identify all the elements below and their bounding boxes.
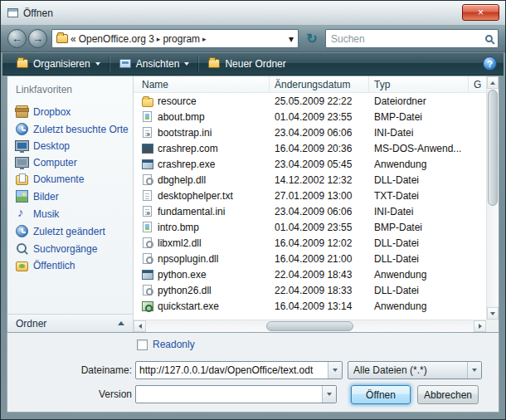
- file-row[interactable]: resource 25.05.2009 22:22 Dateiordner: [134, 93, 486, 109]
- sidebar-item-music[interactable]: Musik: [7, 205, 133, 222]
- close-button[interactable]: ×: [462, 4, 499, 21]
- horizontal-scrollbar[interactable]: [134, 320, 486, 332]
- sidebar-item-desktop[interactable]: Desktop: [7, 138, 133, 154]
- titlebar[interactable]: Öffnen ×: [1, 1, 505, 26]
- new-folder-button[interactable]: Neuer Ordner: [201, 55, 293, 73]
- help-button[interactable]: ?: [483, 56, 497, 71]
- scroll-left-button[interactable]: [134, 320, 146, 332]
- file-row[interactable]: quickstart.exe 16.04.2009 13:14 Anwendun…: [134, 298, 486, 314]
- version-dropdown-button[interactable]: [322, 386, 336, 403]
- readonly-checkbox[interactable]: [137, 339, 148, 350]
- com-file-icon: [142, 144, 153, 154]
- arrow-right-icon: [479, 324, 482, 329]
- file-row[interactable]: intro.bmp 01.04.2009 23:55 BMP-Datei: [134, 219, 486, 235]
- filetype-combobox[interactable]: Alle Dateien (*.*): [348, 361, 482, 379]
- public-icon: [16, 261, 28, 271]
- ini-file-icon: [143, 127, 152, 138]
- main-area: Linkfavoriten Dropbox Zuletzt besuchte O…: [7, 76, 499, 333]
- cancel-button[interactable]: Abbrechen: [417, 385, 479, 404]
- breadcrumb-separator-icon[interactable]: ▸: [202, 35, 207, 43]
- file-row[interactable]: npsoplugin.dll 16.04.2009 21:00 DLL-Date…: [134, 251, 486, 266]
- bmp-file-icon: [143, 222, 152, 232]
- file-row[interactable]: crashrep.exe 23.04.2009 05:45 Anwendung: [134, 156, 486, 172]
- organize-label: Organisieren: [33, 58, 90, 70]
- vertical-scrollbar[interactable]: [486, 76, 499, 320]
- breadcrumb-item-program[interactable]: program: [163, 33, 200, 45]
- organize-icon: [17, 59, 28, 68]
- bmp-file-icon: [143, 111, 152, 122]
- dialog-icon: [7, 8, 18, 17]
- refresh-button[interactable]: ↻: [303, 29, 321, 48]
- scroll-up-button[interactable]: [487, 76, 499, 89]
- sidebar-item-dropbox[interactable]: Dropbox: [7, 103, 133, 120]
- version-row: Version Öffnen Abbrechen: [7, 385, 499, 404]
- exe-file-icon: [142, 270, 153, 280]
- column-header-name[interactable]: Name: [134, 76, 270, 92]
- filetype-dropdown-button[interactable]: [467, 362, 481, 378]
- new-folder-label: Neuer Ordner: [225, 58, 285, 70]
- file-row[interactable]: fundamental.ini 23.04.2009 06:06 INI-Dat…: [134, 203, 486, 219]
- new-folder-icon: [208, 59, 220, 68]
- file-row[interactable]: crashrep.com 16.04.2009 20:36 MS-DOS-Anw…: [134, 140, 486, 156]
- column-header-size[interactable]: G: [469, 76, 486, 92]
- search-input[interactable]: [331, 33, 482, 45]
- arrow-down-icon: [490, 312, 495, 315]
- navigation-bar: ← → « OpenOffice.org 3 ▸ program ▸ ▾ ↻: [1, 26, 505, 52]
- command-toolbar: Organisieren Ansichten Neuer Ordner ?: [2, 52, 504, 76]
- breadcrumb-separator-icon[interactable]: ▸: [157, 35, 161, 43]
- open-file-dialog: Öffnen × ← → « OpenOffice.org 3 ▸ progra…: [0, 0, 506, 420]
- filename-dropdown-button[interactable]: [328, 362, 342, 378]
- views-button[interactable]: Ansichten: [112, 55, 197, 73]
- dll-file-icon: [143, 237, 152, 248]
- open-button[interactable]: Öffnen: [351, 385, 411, 404]
- horizontal-scroll-thumb[interactable]: [266, 321, 353, 331]
- exe-file-icon: [142, 159, 153, 169]
- scroll-down-button[interactable]: [487, 307, 499, 320]
- file-row[interactable]: desktophelper.txt 27.01.2009 13:00 TXT-D…: [134, 188, 486, 203]
- file-row[interactable]: python26.dll 22.04.2009 18:33 DLL-Datei: [134, 282, 486, 298]
- back-button[interactable]: ←: [7, 29, 27, 48]
- sidebar-item-computer[interactable]: Computer: [7, 154, 133, 171]
- filename-combobox[interactable]: [135, 361, 343, 379]
- help-icon: ?: [487, 59, 493, 69]
- column-header-type[interactable]: Typ: [369, 76, 469, 92]
- sidebar-item-searches[interactable]: Suchvorgänge: [7, 240, 133, 257]
- scroll-right-button[interactable]: [474, 320, 486, 332]
- dll-file-icon: [143, 174, 152, 185]
- views-label: Ansichten: [136, 58, 180, 70]
- folders-expander[interactable]: Ordner: [7, 314, 133, 332]
- sidebar-item-documents[interactable]: Dokumente: [7, 171, 133, 188]
- arrow-left-icon: [139, 324, 142, 329]
- column-header-date[interactable]: Änderungsdatum: [270, 76, 369, 92]
- search-icon[interactable]: [485, 35, 493, 42]
- window-title: Öffnen: [23, 7, 53, 19]
- views-icon: [119, 59, 131, 68]
- breadcrumb[interactable]: « OpenOffice.org 3 ▸ program ▸ ▾: [51, 29, 299, 48]
- file-row[interactable]: bootstrap.ini 23.04.2009 06:06 INI-Datei: [134, 125, 486, 140]
- music-icon: [16, 208, 28, 220]
- sidebar-item-recent-changed[interactable]: Zuletzt geändert: [7, 222, 133, 240]
- version-combobox[interactable]: [135, 385, 337, 403]
- documents-icon: [16, 175, 28, 185]
- sidebar-item-pictures[interactable]: Bilder: [7, 188, 133, 205]
- forward-button[interactable]: →: [28, 29, 47, 48]
- sidebar-favorites-list: Dropbox Zuletzt besuchte Orte Desktop Co…: [7, 103, 133, 274]
- file-row[interactable]: about.bmp 01.04.2009 23:55 BMP-Datei: [134, 109, 486, 125]
- chevron-down-icon: [327, 393, 332, 396]
- txt-file-icon: [143, 190, 152, 201]
- sidebar-item-public[interactable]: Öffentlich: [7, 257, 133, 274]
- quickstart-file-icon: [142, 301, 153, 311]
- breadcrumb-item-openoffice[interactable]: OpenOffice.org 3: [79, 33, 154, 45]
- file-row[interactable]: python.exe 22.04.2009 18:43 Anwendung: [134, 266, 486, 282]
- vertical-scroll-thumb[interactable]: [488, 90, 498, 206]
- toolbar-divider: [109, 56, 110, 71]
- breadcrumb-dropdown-icon[interactable]: ▾: [289, 33, 294, 45]
- search-box[interactable]: [325, 29, 499, 48]
- file-row[interactable]: libxml2.dll 16.04.2009 12:02 DLL-Datei: [134, 235, 486, 251]
- chevron-down-icon: [472, 369, 477, 372]
- file-row[interactable]: dbghelp.dll 14.12.2002 12:32 DLL-Datei: [134, 172, 486, 188]
- breadcrumb-overflow[interactable]: «: [71, 33, 76, 45]
- organize-button[interactable]: Organisieren: [9, 55, 108, 73]
- filename-input[interactable]: [136, 364, 328, 376]
- sidebar-item-recent[interactable]: Zuletzt besuchte Orte: [7, 120, 133, 138]
